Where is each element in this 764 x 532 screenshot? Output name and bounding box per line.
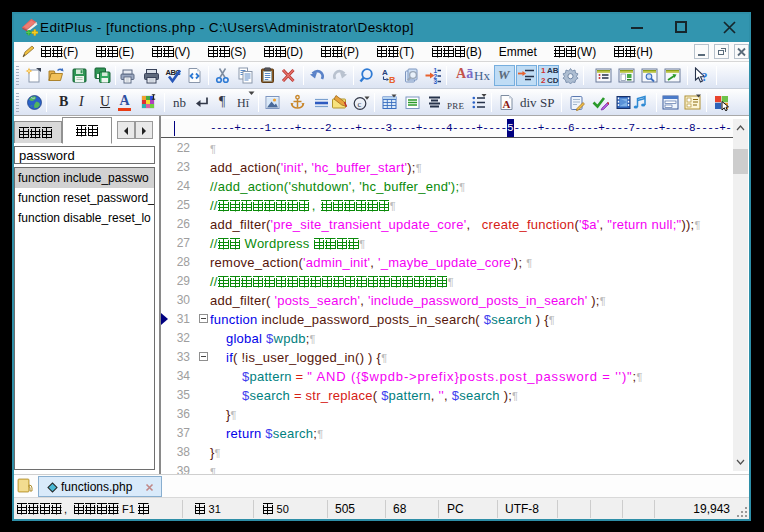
svg-text:B: B bbox=[389, 75, 396, 84]
svg-text:A: A bbox=[382, 68, 388, 77]
svg-text:A: A bbox=[503, 98, 511, 110]
svg-text:?: ? bbox=[702, 70, 708, 84]
svg-text:3: 3 bbox=[434, 78, 438, 84]
svg-text:c: c bbox=[358, 99, 362, 109]
